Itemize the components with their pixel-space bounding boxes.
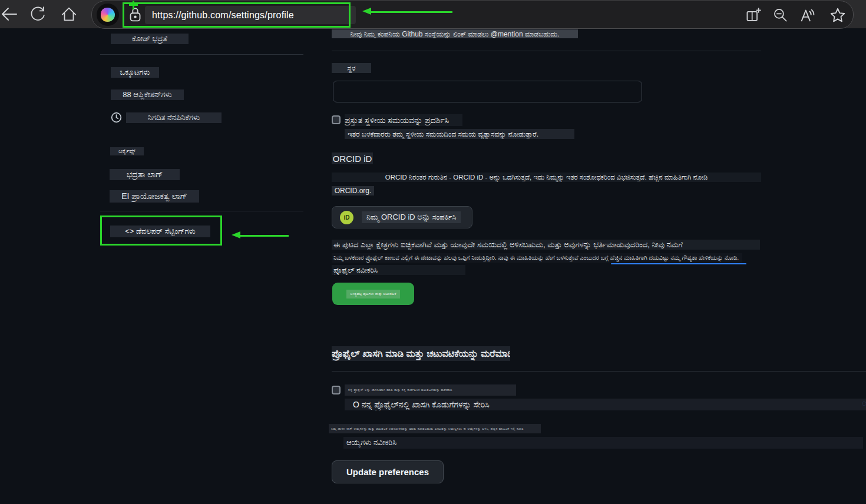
sidebar-item-scheduled-reminders[interactable]: ನಿಗದಿತ ನೆನಪಿನಿಕೆಗಳು <box>126 112 222 123</box>
copilot-swirl <box>101 8 115 22</box>
sidebar-item-organizations[interactable]: ಒಕ್ಕೂಟಗಳು <box>111 67 159 78</box>
options-note: ನಿಮ್ಮ ಖಾಸಗಿ ಲಾಗ್ ಆಯ್ಕೆಗಳನ್ನು ಮತ್ತು ಚಟುವಟ… <box>329 424 541 433</box>
orcid-id-icon: iD <box>340 211 353 224</box>
annotation-arrow-url-head <box>362 8 371 15</box>
local-time-checkbox[interactable] <box>332 115 341 124</box>
fields-note-line2: ನಿಮ್ಮ ಬಳಕೆದಾರ ಪ್ರೊಫೈಲ್ ಕಾಣುವ ಎಲ್ಲಿಗೆ ಈ ಡ… <box>332 253 742 263</box>
sidebar-item-code-security[interactable]: ಕೋಡ್ ಭದ್ರತೆ <box>111 34 189 44</box>
sidebar-divider-1 <box>100 54 303 55</box>
favorites-star-icon[interactable] <box>828 6 847 25</box>
update-profile-button-label: ಅಂತ್ಯಪಟ್ಟಿ ಪುಟಗಳು ಮತ್ತು ಚಟುವಟಿಕೆ <box>346 290 399 299</box>
private-contributions-label: O ನನ್ನ ಪ್ರೊಫೈಲ್‌ನಲ್ಲಿ ಖಾಸಗಿ ಕೊಡುಗೆಗಳನ್ನು… <box>345 399 866 410</box>
update-preferences-label: Update preferences <box>346 467 429 477</box>
update-preferences-button[interactable]: Update preferences <box>332 460 444 483</box>
section-divider-1 <box>332 51 761 51</box>
annotation-plus-marker-bar <box>129 4 138 6</box>
annotation-arrow-url-line <box>370 11 452 13</box>
privacy-statement-link-underline[interactable] <box>611 263 746 264</box>
orcid-desc: ORCID ನಿರಂತರ ಗುರುತಿನ - ORCID iD - ಅನ್ನು … <box>332 173 761 182</box>
mention-note: ನೀವು ನಿಮ್ಮ ಕಂಪನಿಯ Github ಸಂಸ್ಥೆಯನ್ನು ಲಿಂ… <box>332 29 578 38</box>
private-profile-checkbox[interactable] <box>332 386 341 394</box>
location-label: ಸ್ಥಳ <box>332 63 371 73</box>
orcid-heading: ORCID iD <box>332 152 373 164</box>
zoom-out-icon[interactable] <box>771 6 790 25</box>
connect-orcid-label: ನಿಮ್ಮ ORCID iD ಅನ್ನು ಸಂಪರ್ಕಿಸಿ <box>362 211 461 223</box>
sidebar-divider-2 <box>100 211 303 211</box>
split-screen-icon[interactable] <box>743 6 762 25</box>
local-time-label: ಪ್ರಸ್ತುತ ಸ್ಥಳೀಯ ಸಮಯವನ್ನು ಪ್ರದರ್ಶಿಸಿ <box>345 114 462 126</box>
annotation-arrow-devsettings-head <box>232 231 240 238</box>
edge-glyph: ಿ <box>862 400 866 408</box>
sidebar-item-archives[interactable]: ಆರ್ಕೈವ್ಸ್ <box>110 147 144 155</box>
privacy-heading: ಪ್ರೊಫೈಲ್ ಖಾಸಗಿ ಮಾಡಿ ಮತ್ತು ಚಟುವಟಿಕೆಯನ್ನು … <box>332 346 510 361</box>
annotation-arrow-devsettings-line <box>239 235 289 237</box>
home-icon[interactable] <box>60 5 78 24</box>
orcid-org-link[interactable]: ORCID.org. <box>332 186 374 195</box>
annotation-url-box <box>123 2 351 28</box>
copilot-icon[interactable] <box>97 4 119 26</box>
private-profile-note: ನನ್ನ ಪ್ರೊಫೈಲ್ ಅನ್ನು ಖಾಸಗಿಯಾಗಿ ಮಾಡಿ ಮತ್ತು… <box>345 384 516 396</box>
fields-note-line1: ಈ ಪುಟದ ಎಲ್ಲಾ ಕ್ಷೇತ್ರಗಳು ಐಚ್ಛಿಕವಾಗಿವೆ ಮತ್… <box>332 240 760 250</box>
location-input[interactable] <box>333 81 642 102</box>
sidebar-item-security-log[interactable]: ಭದ್ರತಾ ಲಾಗ್ <box>110 169 180 180</box>
annotation-devsettings-box <box>100 215 222 246</box>
update-profile-label: ಪ್ರೊಫೈಲ್ ನವೀಕರಿಸಿ <box>332 265 465 275</box>
sidebar-item-applications[interactable]: 88 ಆಪ್ಲಿಕೇಶನ್‌ಗಳು <box>111 89 184 100</box>
section-divider-2 <box>332 371 866 372</box>
connect-orcid-button[interactable]: iD ನಿಮ್ಮ ORCID iD ಅನ್ನು ಸಂಪರ್ಕಿಸಿ <box>332 206 472 228</box>
refresh-icon[interactable] <box>28 5 47 24</box>
browser-toolbar: https://github.com/settings/profile <box>0 0 866 28</box>
local-time-desc: ಇತರ ಬಳಕೆದಾರರು ತಮ್ಮ ಸ್ಥಳೀಯ ಸಮಯದಿಂದ ಸಮಯ ವ್… <box>345 129 574 139</box>
read-aloud-icon[interactable] <box>799 6 818 25</box>
back-icon[interactable] <box>0 5 19 24</box>
options-label: ಆಯ್ಕೆಗಳು ನವೀಕರಿಸಿ <box>343 437 863 449</box>
clock-icon <box>111 112 122 123</box>
update-profile-button[interactable]: ಅಂತ್ಯಪಟ್ಟಿ ಪುಟಗಳು ಮತ್ತು ಚಟುವಟಿಕೆ <box>332 283 414 305</box>
sidebar-item-sponsorship-log[interactable]: EI ಪ್ರಾಯೋಜಕತ್ವ ಲಾಗ್ <box>110 190 199 203</box>
